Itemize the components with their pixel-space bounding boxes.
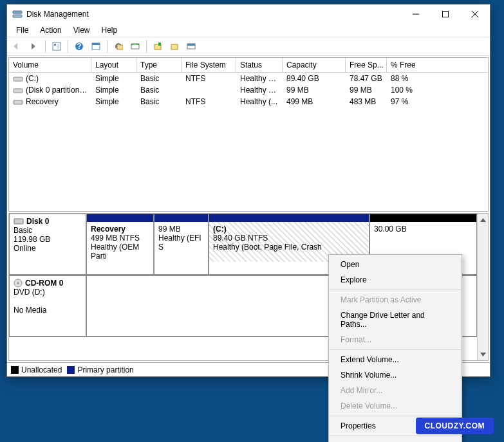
toolbar-sep [68,40,68,53]
svg-rect-19 [14,100,23,104]
part-line2: 30.00 GB [374,225,472,234]
col-pct[interactable]: % Free [387,58,438,72]
menu-help[interactable]: Help [97,24,123,36]
ctx-sep [330,416,461,416]
part-line2: 499 MB NTFS [91,234,149,243]
col-free[interactable]: Free Sp... [346,58,387,72]
part-line2: 99 MB [158,225,204,234]
ctx-open[interactable]: Open [329,257,462,272]
volume-row[interactable]: (C:) Simple Basic NTFS Healthy (B... 89.… [9,73,488,84]
vol-type: Basic [136,97,182,107]
vertical-scrollbar[interactable] [477,214,488,360]
vol-type: Basic [136,73,182,84]
vol-cap: 89.40 GB [283,73,346,84]
volume-rows: (C:) Simple Basic NTFS Healthy (B... 89.… [9,73,488,107]
close-button[interactable] [460,5,490,24]
ctx-explore[interactable]: Explore [329,272,462,288]
part-line2: 89.40 GB NTFS [213,234,365,243]
scroll-up-icon[interactable] [478,215,488,225]
show-hide-tree-button[interactable] [49,39,64,54]
cdrom-icon [14,279,23,288]
partition-color-bar [154,214,208,222]
part-recovery[interactable]: Recovery 499 MB NTFS Healthy (OEM Parti [86,214,154,275]
action1-icon[interactable] [150,39,165,54]
vol-name: (C:) [26,74,39,83]
vol-pct: 100 % [387,85,438,95]
volume-header-row: Volume Layout Type File System Status Ca… [9,58,488,73]
action3-icon[interactable] [183,39,199,54]
svg-rect-0 [13,11,22,14]
vol-layout: Simple [91,73,136,84]
vol-free: 483 MB [346,97,387,107]
col-type[interactable]: Type [136,58,182,72]
titlebar-left: Disk Management [12,9,89,19]
svg-rect-17 [14,77,23,81]
maximize-button[interactable] [431,5,460,24]
vol-layout: Simple [91,97,136,107]
svg-rect-5 [57,44,59,49]
menu-action[interactable]: Action [35,24,66,36]
disk-icon [14,217,24,225]
partition-color-bar [87,214,153,222]
disk0-info[interactable]: Disk 0 Basic 119.98 GB Online [9,214,86,275]
menu-view[interactable]: View [68,24,95,36]
ctx-format: Format... [329,332,462,347]
part-efi[interactable]: 99 MB Healthy (EFI S [154,214,209,275]
svg-rect-20 [14,219,23,224]
cdrom-info[interactable]: CD-ROM 0 DVD (D:) No Media [9,275,86,336]
vol-pct: 88 % [387,73,438,84]
titlebar: Disk Management [7,5,490,24]
svg-rect-3 [53,42,61,50]
col-status[interactable]: Status [236,58,283,72]
col-volume[interactable]: Volume [9,58,91,72]
col-spacer [438,58,488,72]
svg-rect-4 [54,44,56,46]
cdrom-title: CD-ROM 0 [25,279,63,288]
svg-text:?: ? [77,42,81,51]
drive-icon [13,98,23,106]
action2-icon[interactable] [167,39,182,54]
ctx-help[interactable]: Help [329,438,462,442]
disk0-state: Online [14,244,82,253]
drive-icon [13,75,23,83]
svg-rect-10 [117,45,123,50]
volume-row[interactable]: Recovery Simple Basic NTFS Healthy (... … [9,96,488,107]
svg-rect-13 [158,42,161,46]
ctx-sep [330,290,461,290]
toolbar-sep [45,40,46,53]
app-icon [12,9,23,19]
volume-list-pane: Volume Layout Type File System Status Ca… [8,57,489,212]
volume-row[interactable]: (Disk 0 partition 2) Simple Basic Health… [9,84,488,96]
help-button[interactable]: ? [71,39,87,54]
svg-rect-16 [187,44,195,46]
panel1-icon[interactable] [88,39,104,54]
minimize-button[interactable] [401,5,431,24]
swatch-blue [67,366,75,374]
window-controls [401,5,490,24]
vol-name: Recovery [26,97,59,106]
col-layout[interactable]: Layout [91,58,136,72]
menubar: File Action View Help [7,24,490,37]
svg-rect-9 [92,43,100,45]
ctx-sep [330,436,461,436]
vol-cap: 499 MB [283,97,346,107]
legend-unalloc-label: Unallocated [21,365,62,374]
back-button[interactable] [10,39,25,54]
col-capacity[interactable]: Capacity [283,58,346,72]
disk0-size: 119.98 GB [14,235,82,244]
menu-file[interactable]: File [11,24,33,36]
scroll-down-icon[interactable] [478,349,488,359]
vol-free: 78.47 GB [346,73,387,84]
vol-type: Basic [136,85,182,95]
col-filesystem[interactable]: File System [182,58,236,72]
ctx-shrink-volume[interactable]: Shrink Volume... [329,367,462,383]
rescan-icon[interactable] [127,39,143,54]
watermark: CLOUDZY.COM [416,418,494,434]
vol-status: Healthy (B... [236,73,283,84]
toolbar-sep [146,40,147,53]
part-line3: Healthy (Boot, Page File, Crash [213,243,365,252]
ctx-extend-volume[interactable]: Extend Volume... [329,352,462,367]
ctx-change-drive-letter[interactable]: Change Drive Letter and Paths... [329,308,462,332]
forward-button[interactable] [26,39,42,54]
refresh-button[interactable] [111,39,126,54]
